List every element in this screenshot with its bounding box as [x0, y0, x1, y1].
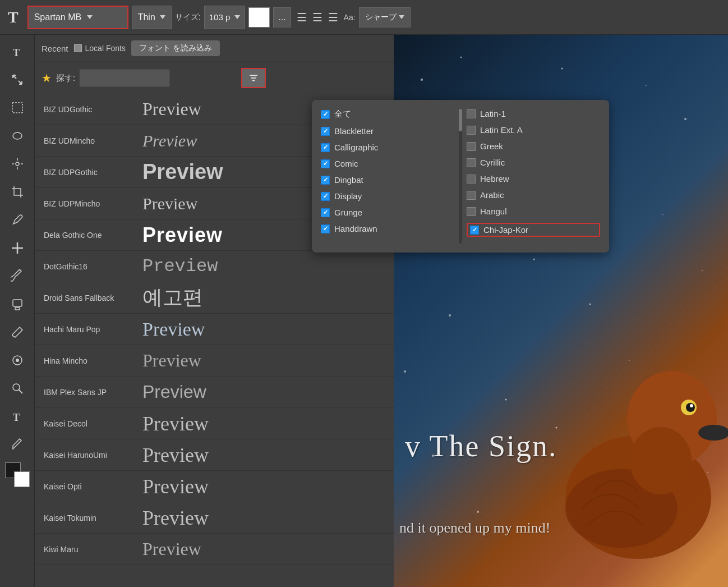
antialiasing-label: Aa:	[344, 13, 356, 22]
filter-calligraphic[interactable]: Calligraphic	[321, 143, 454, 152]
svg-line-13	[19, 389, 22, 393]
font-style-dropdown-icon	[160, 15, 165, 19]
filter-chi-jap-kor-checkbox[interactable]	[470, 226, 479, 235]
svg-point-11	[16, 359, 19, 362]
align-center-icon[interactable]: ☰	[310, 10, 325, 25]
tool-eraser[interactable]	[5, 320, 30, 345]
text-tool-icon[interactable]: T	[4, 7, 22, 27]
filter-all-checkbox[interactable]	[321, 110, 330, 119]
filter-button[interactable]	[241, 68, 266, 88]
filter-hangul-checkbox[interactable]	[467, 207, 476, 216]
filter-grunge[interactable]: Grunge	[321, 208, 454, 217]
more-options-button[interactable]: ...	[273, 7, 291, 27]
filter-cyrillic-checkbox[interactable]	[467, 158, 476, 167]
svg-point-33	[404, 370, 406, 373]
align-left-icon[interactable]: ☰	[294, 10, 309, 25]
filter-comic-checkbox[interactable]	[321, 159, 330, 168]
filter-blackletter-checkbox[interactable]	[321, 127, 330, 136]
filter-greek-checkbox[interactable]	[467, 142, 476, 151]
tool-gradient[interactable]	[5, 348, 30, 373]
svg-text:T: T	[13, 47, 20, 58]
filter-blackletter[interactable]: Blackletter	[321, 126, 454, 136]
filter-col-1: 全て Blackletter Calligraphic Comic Dingba…	[321, 109, 454, 244]
font-item-preview: 예고편	[142, 284, 203, 311]
fg-bg-colors[interactable]	[5, 462, 30, 487]
list-item[interactable]: Kaisei Opti Preview	[35, 471, 394, 502]
filter-chi-jap-kor[interactable]: Chi-Jap-Kor	[467, 223, 600, 237]
tool-zoom[interactable]	[5, 376, 30, 401]
filter-calligraphic-checkbox[interactable]	[321, 143, 330, 152]
list-item[interactable]: Kiwi Maru Preview	[35, 534, 394, 565]
filter-latin1-checkbox[interactable]	[467, 109, 476, 118]
list-item[interactable]: DotGothic16 Preview	[35, 251, 394, 282]
list-item[interactable]: Kaisei HarunoUmi Preview	[35, 439, 394, 471]
color-picker[interactable]	[248, 7, 270, 27]
search-input[interactable]	[80, 70, 169, 86]
filter-handdrawn-checkbox[interactable]	[321, 224, 330, 233]
align-right-icon[interactable]: ☰	[326, 10, 340, 25]
recent-tab[interactable]: Recent	[42, 44, 68, 53]
font-item-preview: Preview	[142, 160, 223, 184]
svg-point-46	[690, 404, 693, 407]
filter-latin1-label: Latin-1	[480, 109, 506, 118]
font-item-name: BIZ UDGothic	[44, 105, 133, 114]
filter-arabic-checkbox[interactable]	[467, 191, 476, 200]
svg-rect-8	[13, 300, 22, 306]
tool-move[interactable]	[5, 67, 30, 92]
svg-point-7	[16, 162, 19, 166]
font-item-preview: Preview	[142, 256, 218, 277]
filter-col-2: Latin-1 Latin Ext. A Greek Cyrillic Hebr…	[467, 109, 600, 244]
antialiasing-selector[interactable]: シャープ	[359, 7, 411, 27]
tool-magic-wand[interactable]	[5, 152, 30, 176]
filter-comic[interactable]: Comic	[321, 159, 454, 168]
tool-selection[interactable]	[5, 95, 30, 120]
filter-dingbat[interactable]: Dingbat	[321, 175, 454, 185]
tool-type[interactable]: T	[5, 39, 30, 64]
svg-point-39	[477, 511, 479, 513]
filter-dingbat-checkbox[interactable]	[321, 176, 330, 185]
tool-text-bottom[interactable]: T	[5, 404, 30, 429]
filter-all[interactable]: 全て	[321, 109, 454, 120]
local-fonts-checkbox[interactable]	[74, 44, 82, 52]
filter-cyrillic[interactable]: Cyrillic	[467, 158, 600, 167]
tool-healing[interactable]	[5, 236, 30, 260]
filter-hebrew-checkbox[interactable]	[467, 175, 476, 184]
tool-crop[interactable]	[5, 180, 30, 204]
filter-latin-ext-a-checkbox[interactable]	[467, 126, 476, 135]
tool-eyedropper[interactable]	[5, 208, 30, 232]
tool-lasso[interactable]	[5, 123, 30, 148]
filter-hangul-label: Hangul	[480, 207, 507, 216]
list-item[interactable]: Kaisei Decol Preview	[35, 408, 394, 439]
filter-display-checkbox[interactable]	[321, 192, 330, 201]
filter-display[interactable]: Display	[321, 191, 454, 201]
tool-stamp[interactable]	[5, 292, 30, 317]
tool-brush[interactable]	[5, 264, 30, 288]
font-item-preview: Preview	[142, 99, 201, 120]
font-size-selector[interactable]: 103 p	[204, 6, 246, 29]
filter-latin1[interactable]: Latin-1	[467, 109, 600, 118]
svg-point-32	[702, 270, 703, 271]
filter-hebrew[interactable]: Hebrew	[467, 174, 600, 184]
list-item[interactable]: Hina Mincho Preview	[35, 345, 394, 377]
filter-handdrawn[interactable]: Handdrawn	[321, 224, 454, 233]
filter-grunge-checkbox[interactable]	[321, 208, 330, 217]
list-item[interactable]: Droid Sans Fallback 예고편	[35, 282, 394, 314]
filter-greek[interactable]: Greek	[467, 141, 600, 151]
filter-latin-ext-a[interactable]: Latin Ext. A	[467, 125, 600, 135]
font-name-selector[interactable]: Spartan MB	[27, 6, 128, 29]
list-item[interactable]: IBM Plex Sans JP Preview	[35, 377, 394, 408]
local-fonts-label: Local Fonts	[85, 44, 126, 53]
list-item[interactable]: Kaisei Tokumin Preview	[35, 502, 394, 534]
filter-hangul[interactable]: Hangul	[467, 207, 600, 216]
favorites-star-icon[interactable]: ★	[42, 71, 52, 85]
font-style-selector[interactable]: Thin	[132, 6, 172, 29]
list-item[interactable]: Hachi Maru Pop Preview	[35, 314, 394, 345]
size-label: サイズ:	[175, 12, 201, 22]
filter-arabic[interactable]: Arabic	[467, 190, 600, 200]
font-item-name: Kiwi Maru	[44, 545, 133, 554]
tool-pen-bottom[interactable]	[5, 432, 30, 457]
font-item-name: BIZ UDPGothic	[44, 168, 133, 177]
font-item-preview: Preview	[142, 131, 197, 150]
local-fonts-option: Local Fonts	[74, 44, 126, 53]
load-fonts-button[interactable]: フォント を読み込み	[131, 40, 220, 56]
